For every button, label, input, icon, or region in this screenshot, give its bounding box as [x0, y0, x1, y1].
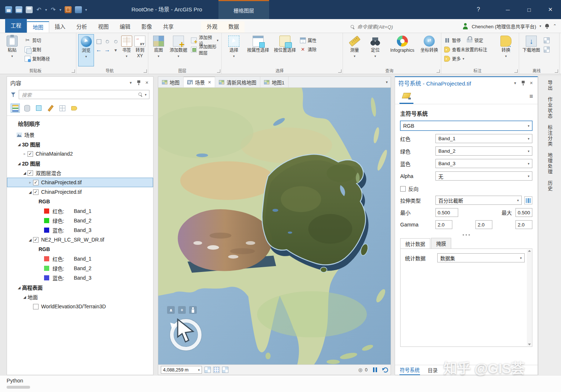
next-extent-icon[interactable]: → — [104, 46, 111, 54]
paste-button[interactable]: 粘贴 ▾ — [2, 34, 22, 66]
dock-tab-export[interactable]: 导出 — [546, 80, 553, 91]
redo-dropdown-caret[interactable]: ▾ — [59, 8, 61, 12]
tab-map[interactable]: 地图 — [27, 21, 49, 33]
tree-item[interactable]: ◢3D 图层 — [7, 139, 153, 149]
list-by-snapping-icon[interactable] — [58, 104, 67, 113]
tab-insert[interactable]: 插入 — [49, 21, 71, 33]
locate-button[interactable]: 定位 ▾ — [365, 34, 385, 66]
red-band-select[interactable]: Band_1▾ — [435, 134, 532, 143]
chevron-down-icon[interactable]: ▾ — [128, 80, 134, 85]
print-icon[interactable] — [26, 6, 33, 13]
renderer-select[interactable]: RGB ▾ — [400, 121, 532, 131]
extent-more-icon[interactable]: ▾ — [112, 46, 119, 54]
select-by-attributes-button[interactable]: 按属性选择 — [245, 34, 271, 66]
statistics-select[interactable]: 数据集▾ — [437, 253, 525, 262]
undo-icon[interactable]: ↶ — [36, 6, 42, 13]
histogram-button[interactable] — [524, 196, 532, 204]
pause-drawing-button[interactable] — [372, 367, 379, 372]
refresh-view-icon[interactable] — [383, 367, 388, 373]
gamma-green-input[interactable] — [475, 220, 492, 229]
contextual-tab-group[interactable]: 栅格图层 — [218, 0, 269, 19]
tab-appearance[interactable]: 外观 — [201, 21, 223, 33]
pause-labeling-button[interactable]: 暂停 — [443, 36, 462, 44]
dialog-launcher-icon[interactable] — [338, 69, 341, 73]
green-band-select[interactable]: Band_2▾ — [435, 146, 532, 156]
bottom-tab-catalog[interactable]: 目录 — [427, 365, 438, 375]
menu-icon[interactable]: ≡ — [529, 93, 533, 100]
tree-item[interactable]: 场景 — [7, 130, 153, 139]
scroll-down-icon[interactable] — [528, 344, 531, 345]
dock-tab-job-status[interactable]: 作业状态 — [546, 97, 553, 119]
portal-icon[interactable] — [75, 6, 82, 13]
renderer-tab-active[interactable] — [399, 89, 413, 104]
download-map-button[interactable]: 下载地图 — [521, 34, 542, 66]
goto-xy-button[interactable]: 转到 XY — [134, 34, 146, 66]
add-data-button[interactable]: 添加数据 ▾ — [168, 34, 189, 66]
collapse-arrow-icon[interactable]: ◢ — [27, 190, 33, 194]
tab-view[interactable]: 视图 — [93, 21, 114, 33]
expand-arrow-icon[interactable]: ▹ — [22, 152, 28, 156]
snapping-toggle-icon[interactable] — [213, 367, 220, 373]
account-dropdown-caret[interactable]: ▾ — [539, 24, 541, 28]
copy-button[interactable]: 复制 — [23, 46, 51, 53]
pan-icon[interactable]: + — [178, 306, 186, 314]
list-by-labeling-icon[interactable] — [69, 104, 79, 113]
collapse-arrow-icon[interactable]: ◢ — [16, 286, 22, 290]
tab-edit[interactable]: 编辑 — [114, 21, 136, 33]
chevron-down-icon[interactable]: ▾ — [145, 93, 146, 97]
add-graphics-layer-button[interactable]: 添加图形图层 — [190, 46, 220, 53]
layer-visibility-checkbox[interactable]: ✓ — [33, 180, 39, 185]
tree-item[interactable]: 绿色:Band_2 — [7, 216, 153, 225]
close-icon[interactable]: ✕ — [540, 0, 561, 19]
save-icon[interactable] — [5, 6, 12, 13]
view-unplaced-button[interactable]: 查看未放置的标注 — [443, 46, 495, 53]
pin-icon[interactable] — [137, 80, 141, 86]
dock-tab-geoprocessing[interactable]: 地理处理 — [546, 153, 553, 175]
chevron-down-icon[interactable]: ▾ — [512, 81, 518, 86]
layer-visibility-checkbox[interactable]: ✓ — [28, 151, 33, 157]
dialog-launcher-icon[interactable] — [514, 69, 518, 73]
list-by-editing-icon[interactable] — [46, 104, 55, 113]
collapse-arrow-icon[interactable]: ◢ — [16, 142, 22, 146]
collapse-ribbon-icon[interactable]: ⌃ — [553, 23, 557, 29]
stretch-type-select[interactable]: 百分比截断▾ — [435, 196, 522, 205]
gamma-red-input[interactable] — [435, 220, 452, 229]
customize-qat-caret[interactable]: ▾ — [85, 8, 87, 12]
project-icon[interactable] — [65, 6, 72, 13]
tree-item[interactable]: ▹✓ChinaProjected.tif — [7, 178, 153, 187]
tree-item[interactable]: RGB — [7, 244, 153, 254]
list-by-drawing-order-icon[interactable] — [11, 104, 20, 113]
tab-scene-view[interactable]: 场景✕ — [184, 77, 215, 87]
copy-path-button[interactable]: 复制路径 — [23, 55, 51, 62]
cut-button[interactable]: ✂剪切 — [23, 36, 51, 44]
basemap-button[interactable]: 底图 ▾ — [150, 34, 167, 66]
close-icon[interactable]: ✕ — [144, 80, 150, 85]
tab-project[interactable]: 工程 — [5, 19, 27, 33]
max-input[interactable] — [515, 208, 532, 217]
panel-splitter[interactable] — [400, 234, 532, 236]
lock-labels-button[interactable]: 锁定 — [466, 36, 484, 44]
full-extent-icon[interactable] — [95, 38, 102, 45]
redo-icon[interactable]: ↷ — [50, 6, 56, 13]
expand-arrow-icon[interactable]: ▹ — [27, 181, 33, 184]
fixed-zoom-out-icon[interactable] — [112, 38, 119, 45]
tab-data[interactable]: 数据 — [223, 21, 245, 33]
gamma-blue-input[interactable] — [515, 220, 532, 229]
invert-checkbox[interactable] — [400, 186, 406, 192]
layer-visibility-checkbox[interactable] — [33, 304, 39, 309]
tree-item[interactable]: ▹✓ChinaMainland2 — [7, 149, 153, 159]
tree-item[interactable]: ◢2D 图层 — [7, 159, 153, 168]
fixed-zoom-in-icon[interactable] — [104, 38, 111, 45]
tab-map1[interactable]: 地图1 — [260, 77, 289, 87]
select-button[interactable]: 选择 ▾ — [224, 34, 244, 66]
user-avatar-icon[interactable] — [462, 23, 468, 29]
scene-viewport[interactable]: ∧ + — [158, 88, 391, 364]
previous-extent-icon[interactable]: ← — [95, 46, 102, 54]
alpha-band-select[interactable]: 无▾ — [435, 171, 532, 181]
command-search-input[interactable] — [357, 24, 431, 30]
infographics-button[interactable]: Infographics — [386, 34, 419, 66]
collapse-arrow-icon[interactable]: ◢ — [27, 238, 33, 242]
more-labeling-button[interactable]: 更多▾ — [443, 55, 495, 62]
collapse-arrow-icon[interactable]: ◢ — [22, 295, 28, 299]
tree-item[interactable]: ◢高程表面 — [7, 283, 153, 292]
